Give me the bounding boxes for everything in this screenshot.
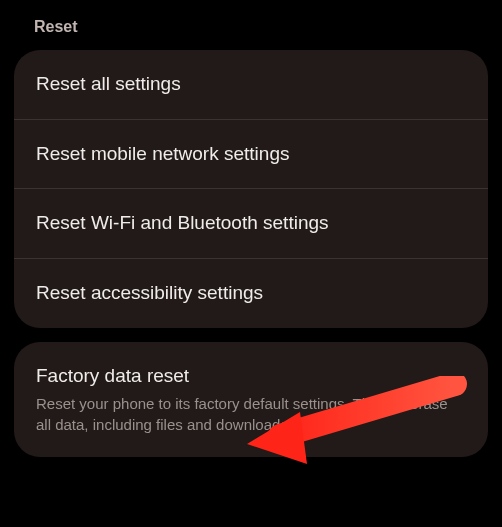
section-header-text: Reset bbox=[34, 18, 78, 35]
item-title: Reset mobile network settings bbox=[36, 142, 466, 167]
reset-wifi-bluetooth-item[interactable]: Reset Wi-Fi and Bluetooth settings bbox=[14, 189, 488, 258]
reset-mobile-network-item[interactable]: Reset mobile network settings bbox=[14, 120, 488, 189]
item-description: Reset your phone to its factory default … bbox=[36, 394, 466, 435]
item-title: Reset Wi-Fi and Bluetooth settings bbox=[36, 211, 466, 236]
reset-options-card: Reset all settings Reset mobile network … bbox=[14, 50, 488, 328]
factory-data-reset-item[interactable]: Factory data reset Reset your phone to i… bbox=[14, 342, 488, 457]
reset-all-settings-item[interactable]: Reset all settings bbox=[14, 50, 488, 119]
item-title: Reset accessibility settings bbox=[36, 281, 466, 306]
item-title: Factory data reset bbox=[36, 364, 466, 389]
item-title: Reset all settings bbox=[36, 72, 466, 97]
reset-accessibility-item[interactable]: Reset accessibility settings bbox=[14, 259, 488, 328]
factory-reset-card: Factory data reset Reset your phone to i… bbox=[14, 342, 488, 457]
section-header: Reset bbox=[14, 18, 488, 50]
